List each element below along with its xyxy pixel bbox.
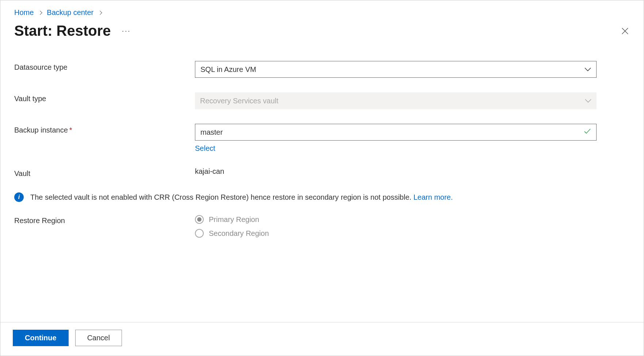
cancel-button[interactable]: Cancel	[75, 330, 122, 346]
info-icon: i	[14, 192, 24, 202]
backup-instance-input[interactable]: master	[195, 124, 597, 141]
vault-type-value: Recovery Services vault	[200, 97, 279, 105]
info-banner: i The selected vault is not enabled with…	[0, 192, 644, 202]
continue-button[interactable]: Continue	[13, 330, 69, 346]
datasource-type-dropdown[interactable]: SQL in Azure VM	[195, 61, 597, 78]
breadcrumb-backup-center[interactable]: Backup center	[47, 8, 93, 17]
chevron-down-icon	[584, 68, 591, 71]
vault-label: Vault	[14, 167, 195, 178]
chevron-down-icon	[585, 99, 591, 103]
datasource-type-label: Datasource type	[14, 61, 195, 72]
secondary-region-label: Secondary Region	[209, 229, 269, 238]
breadcrumb: Home Backup center	[0, 0, 644, 20]
backup-instance-label: Backup instance*	[14, 124, 195, 134]
radio-icon	[195, 215, 204, 224]
backup-instance-select-link[interactable]: Select	[195, 144, 215, 153]
restore-form: Datasource type SQL in Azure VM Vault ty…	[0, 54, 644, 178]
vault-type-label: Vault type	[14, 92, 195, 103]
primary-region-label: Primary Region	[209, 215, 259, 224]
close-button[interactable]	[620, 26, 630, 36]
page-header: Start: Restore ···	[0, 20, 644, 54]
chevron-right-icon	[38, 11, 42, 15]
datasource-type-value: SQL in Azure VM	[200, 65, 256, 74]
radio-icon	[195, 229, 204, 238]
more-menu-button[interactable]: ···	[122, 26, 131, 36]
learn-more-link[interactable]: Learn more.	[413, 193, 453, 201]
vault-value: kajai-can	[195, 167, 597, 176]
secondary-region-radio: Secondary Region	[195, 229, 597, 238]
info-text: The selected vault is not enabled with C…	[30, 193, 413, 201]
restore-region-radio-group: Primary Region Secondary Region	[195, 215, 597, 238]
checkmark-icon	[584, 127, 591, 137]
close-icon	[621, 27, 629, 35]
breadcrumb-home[interactable]: Home	[14, 8, 34, 17]
chevron-right-icon	[98, 11, 102, 15]
page-title: Start: Restore	[14, 23, 111, 39]
restore-region-label: Restore Region	[14, 214, 195, 225]
vault-type-dropdown: Recovery Services vault	[195, 92, 597, 109]
backup-instance-value: master	[200, 128, 223, 137]
footer-actions: Continue Cancel	[0, 322, 644, 356]
primary-region-radio: Primary Region	[195, 215, 597, 224]
